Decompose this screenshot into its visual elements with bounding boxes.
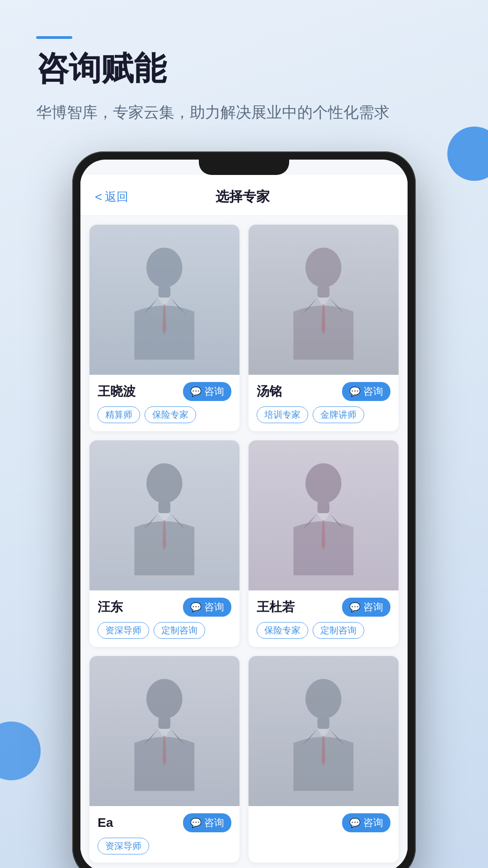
consult-button-5[interactable]: 💬咨询: [183, 813, 231, 832]
person-silhouette-icon: [104, 455, 225, 576]
expert-info-1: 王晓波💬咨询精算师保险专家: [89, 375, 239, 431]
expert-info-2: 汤铭💬咨询培训专家金牌讲师: [249, 375, 399, 431]
navbar-title: 选择专家: [128, 188, 357, 206]
expert-tag: 精算师: [98, 406, 140, 423]
accent-line: [36, 36, 72, 39]
person-silhouette-icon: [104, 240, 225, 360]
svg-rect-11: [318, 717, 330, 729]
consult-label: 咨询: [363, 385, 383, 398]
expert-name-1: 王晓波: [98, 383, 136, 400]
consult-label: 咨询: [204, 385, 224, 398]
expert-tag: 培训专家: [257, 406, 308, 423]
page-subtitle: 华博智库，专家云集，助力解决展业中的个性化需求: [36, 100, 452, 124]
expert-info-5: Ea💬咨询资深导师: [89, 806, 239, 863]
person-silhouette-icon: [263, 455, 384, 576]
consult-button-4[interactable]: 💬咨询: [342, 598, 390, 617]
expert-photo-3: [89, 440, 239, 590]
chat-icon: 💬: [349, 817, 361, 828]
expert-card-2[interactable]: 汤铭💬咨询培训专家金牌讲师: [249, 225, 399, 431]
expert-info-4: 王杜若💬咨询保险专家定制咨询: [249, 590, 399, 647]
chat-icon: 💬: [349, 602, 361, 613]
svg-rect-9: [159, 717, 171, 729]
expert-tag: 定制咨询: [313, 622, 364, 639]
phone-notch: [199, 160, 289, 175]
svg-point-2: [305, 248, 342, 288]
consult-label: 咨询: [363, 816, 383, 830]
person-silhouette-icon: [104, 671, 225, 791]
svg-rect-5: [159, 501, 171, 514]
consult-button-6[interactable]: 💬咨询: [342, 813, 390, 832]
expert-info-6: 💬咨询: [249, 806, 399, 846]
consult-label: 咨询: [204, 600, 224, 614]
consult-label: 咨询: [204, 816, 224, 830]
tags-row-2: 培训专家金牌讲师: [257, 406, 390, 423]
svg-rect-1: [159, 286, 171, 298]
expert-photo-6: [249, 656, 399, 806]
svg-point-4: [146, 463, 183, 504]
expert-name-2: 汤铭: [257, 383, 282, 400]
svg-point-6: [305, 463, 342, 504]
expert-photo-4: [249, 440, 399, 590]
back-button[interactable]: < 返回: [95, 189, 128, 205]
expert-name-4: 王杜若: [257, 599, 295, 616]
consult-button-2[interactable]: 💬咨询: [342, 382, 390, 401]
expert-name-3: 汪东: [98, 599, 123, 616]
consult-button-1[interactable]: 💬咨询: [183, 382, 231, 401]
consult-label: 咨询: [363, 600, 383, 614]
tags-row-1: 精算师保险专家: [98, 406, 231, 423]
expert-card-6[interactable]: 💬咨询: [249, 656, 399, 863]
app-screen: < 返回 选择专家 王晓波💬咨: [80, 175, 408, 868]
expert-photo-1: [89, 225, 239, 375]
expert-tag: 保险专家: [257, 622, 308, 639]
chat-icon: 💬: [349, 386, 361, 397]
chevron-left-icon: <: [95, 190, 102, 204]
expert-card-5[interactable]: Ea💬咨询资深导师: [89, 656, 239, 863]
expert-tag: 保险专家: [145, 406, 196, 423]
header-section: 咨询赋能 华博智库，专家云集，助力解决展业中的个性化需求: [0, 0, 488, 142]
tags-row-3: 资深导师定制咨询: [98, 622, 231, 639]
svg-point-8: [146, 679, 183, 719]
expert-card-1[interactable]: 王晓波💬咨询精算师保险专家: [89, 225, 239, 431]
phone-container: < 返回 选择专家 王晓波💬咨: [0, 142, 488, 868]
tags-row-5: 资深导师: [98, 838, 231, 854]
page-title: 咨询赋能: [36, 50, 452, 87]
svg-point-0: [146, 248, 183, 288]
expert-name-5: Ea: [98, 816, 113, 830]
tags-row-4: 保险专家定制咨询: [257, 622, 390, 639]
svg-point-10: [305, 679, 342, 719]
consult-button-3[interactable]: 💬咨询: [183, 598, 231, 617]
chat-icon: 💬: [190, 817, 202, 828]
app-navbar: < 返回 选择专家: [80, 175, 408, 216]
expert-tag: 资深导师: [98, 622, 149, 639]
chat-icon: 💬: [190, 386, 202, 397]
expert-card-4[interactable]: 王杜若💬咨询保险专家定制咨询: [249, 440, 399, 647]
expert-tag: 资深导师: [98, 838, 149, 854]
svg-rect-7: [318, 501, 330, 514]
expert-card-3[interactable]: 汪东💬咨询资深导师定制咨询: [89, 440, 239, 647]
expert-photo-5: [89, 656, 239, 806]
person-silhouette-icon: [263, 671, 384, 791]
expert-tag: 定制咨询: [154, 622, 205, 639]
person-silhouette-icon: [263, 240, 384, 360]
experts-grid: 王晓波💬咨询精算师保险专家 汤铭💬咨询培训专家金牌讲师: [80, 216, 408, 868]
phone-mockup: < 返回 选择专家 王晓波💬咨: [72, 151, 416, 868]
back-label: 返回: [105, 189, 128, 205]
phone-inner: < 返回 选择专家 王晓波💬咨: [80, 160, 408, 868]
expert-photo-2: [249, 225, 399, 375]
expert-info-3: 汪东💬咨询资深导师定制咨询: [89, 590, 239, 647]
svg-rect-3: [318, 286, 330, 298]
chat-icon: 💬: [190, 602, 202, 613]
expert-tag: 金牌讲师: [313, 406, 364, 423]
